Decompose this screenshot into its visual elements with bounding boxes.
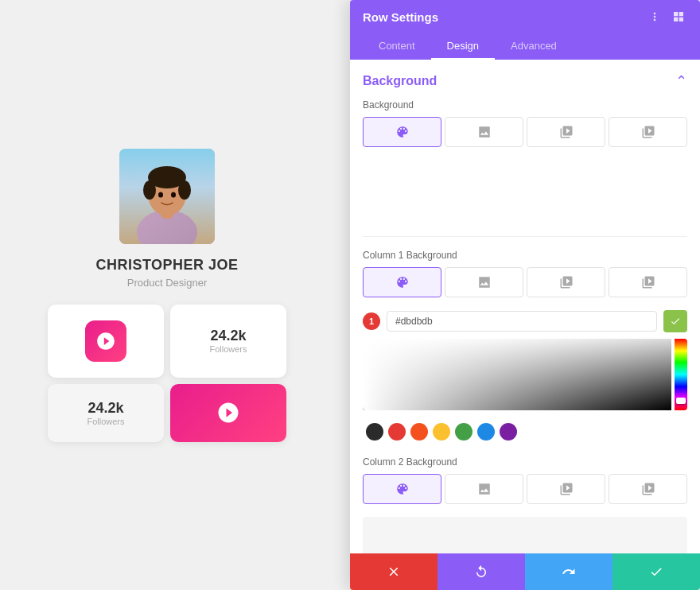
preview-panel: CHRISTOPHER JOE Product Designer 24.2k F… [0,0,334,590]
redo-button[interactable] [525,553,612,590]
panel-tabs: Content Design Advanced [350,33,700,60]
stat-card-icon [48,305,164,378]
stat-followers-count-2: 24.2k [88,400,123,417]
main-bg-preview [363,160,687,223]
tab-design[interactable]: Design [431,33,495,60]
stats-grid: 24.2k Followers 24.2k Followers [48,305,286,442]
color-confirm-button[interactable] [663,310,687,332]
panel-footer [350,553,700,590]
bg-type-image-main[interactable] [527,117,605,147]
color-input-row: 1 [363,310,687,332]
swatch-blue[interactable] [477,423,495,441]
section-title-background: Background [363,74,437,88]
column1-section: Column 1 Background 1 [363,250,687,447]
panel-grid-icon[interactable] [670,8,687,25]
bg-type-video-main[interactable] [609,117,687,147]
hue-thumb [676,398,686,404]
subsection-label-main: Background [363,99,687,111]
color-picker: 1 [363,310,687,447]
hue-slider[interactable] [675,339,687,410]
divider-1 [363,236,687,237]
save-button[interactable] [612,553,700,590]
panel-header-icons [646,8,687,25]
stat-card-icon-2 [170,384,286,442]
bg-type-row-col2 [363,474,687,504]
svg-point-6 [178,180,191,200]
cancel-button[interactable] [350,553,438,590]
stat-card-followers: 24.2k Followers [170,305,286,378]
section-header-background: Background ⌃ [363,72,687,90]
profile-name: CHRISTOPHER JOE [95,257,238,274]
stat-followers-label-2: Followers [87,417,124,426]
panel-body: Background ⌃ Background Column 1 Backgro… [350,60,700,553]
bg-type-gradient-col1[interactable] [445,267,523,297]
panel-settings-icon[interactable] [646,8,663,25]
svg-point-5 [143,180,156,200]
stat-followers-label: Followers [209,344,247,354]
color-swatches [363,417,687,447]
swatch-orange[interactable] [410,423,428,441]
stat-followers-count: 24.2k [210,328,246,344]
subsection-label-col1: Column 1 Background [363,250,687,261]
column2-section: Column 2 Background [363,456,687,553]
bg-type-color-col2[interactable] [363,474,441,504]
stat-card-followers-2: 24.2k Followers [48,384,164,442]
bg-type-image-col2[interactable] [527,474,605,504]
bg-type-video-col2[interactable] [609,474,687,504]
color-gradient-area[interactable] [363,339,687,410]
tab-advanced[interactable]: Advanced [495,33,573,60]
settings-panel: Row Settings Content Design Advanced Bac… [350,0,700,590]
swatch-black[interactable] [366,423,383,441]
panel-header: Row Settings [350,0,700,33]
swatch-purple[interactable] [500,423,517,441]
bg-type-color-main[interactable] [363,117,441,147]
swatch-green[interactable] [455,423,472,441]
bg-type-row-main [363,117,687,147]
section-toggle-background[interactable]: ⌃ [675,72,687,90]
profile-title: Product Designer [127,277,207,289]
reset-button[interactable] [438,553,525,590]
svg-point-7 [158,192,163,197]
bg-type-gradient-col2[interactable] [445,474,523,504]
swatch-yellow[interactable] [433,423,450,441]
bg-type-row-col1 [363,267,687,297]
swatch-red[interactable] [388,423,406,441]
profile-card: CHRISTOPHER JOE Product Designer 24.2k F… [24,149,310,442]
bg-type-color-col1[interactable] [363,267,441,297]
subsection-label-col2: Column 2 Background [363,456,687,468]
tab-content[interactable]: Content [363,33,431,60]
step-badge: 1 [363,312,380,330]
col2-bg-preview [363,517,687,553]
color-hex-input[interactable] [387,311,657,332]
svg-point-8 [171,192,176,197]
profile-photo [119,149,215,244]
stat-icon-box [85,320,126,362]
bg-type-image-col1[interactable] [527,267,605,297]
bg-type-video-col1[interactable] [609,267,687,297]
panel-title: Row Settings [363,10,438,24]
bg-type-gradient-main[interactable] [445,117,523,147]
